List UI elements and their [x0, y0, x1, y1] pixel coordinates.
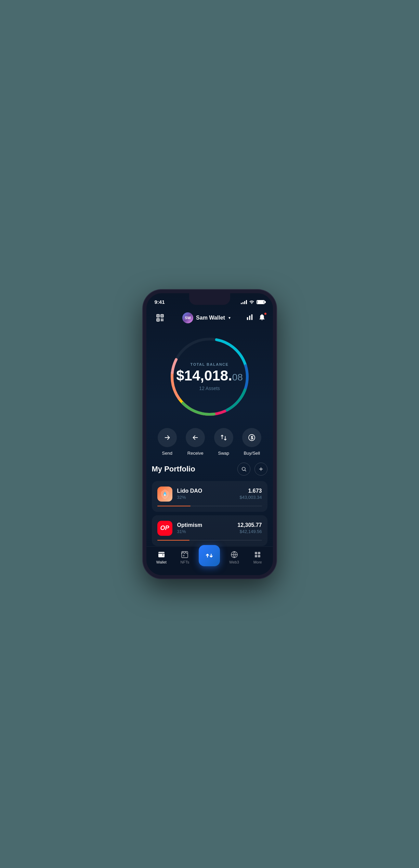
center-action-icon — [205, 551, 214, 560]
optimism-card[interactable]: OP Optimism 31% 12,305.77 $42,149.56 — [152, 515, 267, 546]
balance-assets: 12 Assets — [176, 386, 243, 391]
svg-rect-4 — [161, 315, 162, 316]
wallet-nav-icon — [157, 550, 166, 559]
send-label: Send — [162, 451, 172, 456]
phone-notch — [189, 293, 230, 305]
lido-progress-bar — [157, 506, 262, 506]
optimism-amount: 12,305.77 — [237, 522, 262, 528]
nav-more[interactable]: More — [248, 550, 267, 564]
lido-progress-fill — [157, 506, 191, 506]
swap-button[interactable]: Swap — [214, 428, 233, 456]
buysell-label: Buy/Sell — [244, 451, 260, 456]
optimism-icon: OP — [157, 521, 172, 536]
send-icon-circle — [158, 428, 177, 447]
svg-rect-32 — [258, 552, 260, 554]
portfolio-header: My Portfolio — [152, 463, 267, 476]
phone-frame: 9:41 — [143, 290, 276, 579]
buysell-icon-circle: $ — [242, 428, 261, 447]
wifi-icon — [249, 299, 254, 305]
nfts-nav-icon — [181, 550, 189, 559]
action-buttons: Send Receive Swap — [146, 428, 273, 463]
lido-dao-values: 1.673 $43,003.34 — [239, 488, 262, 500]
status-time: 9:41 — [155, 299, 165, 305]
notification-button[interactable] — [258, 313, 266, 322]
svg-point-29 — [183, 555, 185, 557]
wallet-name-label: Sam Wallet — [196, 315, 225, 321]
svg-rect-8 — [162, 319, 163, 320]
svg-rect-31 — [255, 552, 257, 554]
wallet-selector[interactable]: SW Sam Wallet ▾ — [182, 312, 231, 323]
lido-dao-name: Lido DAO — [177, 488, 235, 494]
balance-section: TOTAL BALANCE $14,018.08 12 Assets — [146, 329, 273, 428]
bottom-navigation: Wallet NFTs Web3 — [146, 546, 273, 575]
portfolio-search-button[interactable] — [237, 463, 250, 476]
svg-rect-33 — [255, 555, 257, 557]
battery-icon — [257, 300, 265, 304]
balance-display: TOTAL BALANCE $14,018.08 12 Assets — [176, 362, 243, 391]
phone-screen: 9:41 — [146, 293, 273, 575]
nav-nfts[interactable]: NFTs — [175, 550, 194, 564]
portfolio-section: My Portfolio — [146, 463, 273, 546]
web3-nav-icon — [230, 550, 238, 559]
nav-wallet[interactable]: Wallet — [152, 550, 171, 564]
svg-rect-12 — [249, 315, 251, 320]
nav-web3[interactable]: Web3 — [225, 550, 244, 564]
lido-dao-card[interactable]: Lido DAO 32% 1.673 $43,003.34 — [152, 481, 267, 512]
svg-rect-5 — [157, 319, 158, 320]
balance-label: TOTAL BALANCE — [176, 362, 243, 366]
svg-rect-34 — [258, 555, 260, 557]
optimism-usd: $42,149.56 — [237, 529, 262, 534]
swap-label: Swap — [218, 451, 229, 456]
optimism-name: Optimism — [177, 522, 233, 528]
portfolio-actions — [237, 463, 267, 476]
lido-dao-info: Lido DAO 32% — [177, 488, 235, 500]
swap-icon-circle — [214, 428, 233, 447]
svg-rect-13 — [251, 314, 253, 320]
balance-amount: $14,018.08 — [176, 368, 243, 383]
portfolio-title: My Portfolio — [152, 465, 195, 474]
balance-cents: 08 — [232, 372, 243, 383]
svg-rect-10 — [162, 320, 163, 321]
optimism-info: Optimism 31% — [177, 522, 233, 534]
signal-bars-icon — [241, 300, 247, 304]
center-action-button[interactable] — [199, 545, 220, 566]
header: SW Sam Wallet ▾ — [146, 308, 273, 329]
optimism-progress-bar — [157, 540, 262, 541]
web3-nav-label: Web3 — [229, 560, 239, 564]
nfts-nav-label: NFTs — [181, 560, 189, 564]
svg-point-27 — [242, 467, 245, 470]
lido-dao-percent: 32% — [177, 495, 235, 500]
more-nav-label: More — [253, 560, 262, 564]
receive-button[interactable]: Receive — [186, 428, 205, 456]
more-nav-icon — [253, 550, 262, 559]
svg-rect-7 — [161, 319, 162, 320]
optimism-percent: 31% — [177, 529, 233, 534]
lido-dao-icon — [157, 487, 172, 502]
balance-ring: TOTAL BALANCE $14,018.08 12 Assets — [165, 332, 254, 421]
receive-label: Receive — [187, 451, 204, 456]
notification-badge — [264, 312, 267, 315]
wallet-nav-label: Wallet — [156, 560, 167, 564]
lido-dao-usd: $43,003.34 — [239, 495, 262, 500]
chevron-down-icon: ▾ — [228, 315, 231, 320]
qr-button[interactable] — [153, 311, 167, 325]
send-button[interactable]: Send — [158, 428, 177, 456]
avatar: SW — [182, 312, 193, 323]
portfolio-add-button[interactable] — [254, 463, 267, 476]
header-actions — [246, 313, 266, 322]
svg-rect-3 — [157, 315, 158, 316]
receive-icon-circle — [186, 428, 205, 447]
optimism-progress-fill — [157, 540, 190, 541]
buysell-button[interactable]: $ Buy/Sell — [242, 428, 261, 456]
optimism-values: 12,305.77 $42,149.56 — [237, 522, 262, 534]
chart-button[interactable] — [246, 313, 253, 322]
lido-dao-amount: 1.673 — [239, 488, 262, 494]
svg-rect-11 — [247, 317, 248, 320]
status-icons — [241, 299, 265, 305]
svg-rect-9 — [161, 320, 162, 321]
